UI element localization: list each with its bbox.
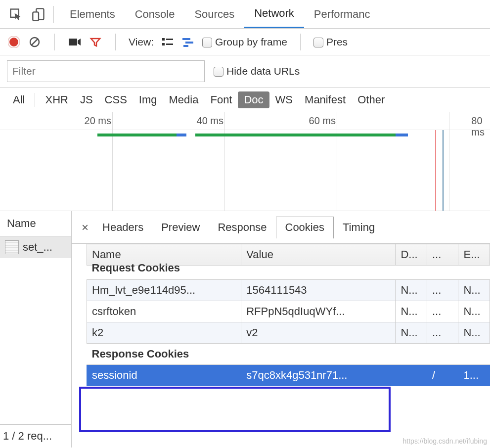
tick-label: 20 ms [85,115,111,127]
devtools-tabbar: Elements Console Sources Network Perform… [0,0,490,29]
checkbox-icon[interactable] [313,38,323,47]
cell-name: k2 [87,322,241,344]
type-js[interactable]: JS [74,91,99,108]
type-other[interactable]: Other [352,91,391,108]
cell-value: v2 [241,322,396,344]
table-row-selected[interactable]: sessionid s7qc8xk4g531nr71... / 1... [87,365,490,386]
device-toggle-icon[interactable] [30,5,47,23]
cell-e: N... [458,322,490,344]
timeline-overview[interactable]: 20 ms 40 ms 60 ms 80 ms [0,112,490,211]
cell-p: ... [427,322,458,344]
svg-line-6 [31,39,38,45]
cookies-table: Name Value D... ... E... Request Cookies… [87,244,490,386]
cell-e: 1... [458,365,490,386]
name-column-header[interactable]: Name [0,211,71,236]
ptab-cookies[interactable]: Cookies [276,217,334,239]
tab-sources[interactable]: Sources [184,0,244,28]
tab-elements[interactable]: Elements [60,0,125,28]
hide-data-urls-label: Hide data URLs [226,65,300,77]
timeline-bar [195,134,396,136]
cell-name: csrftoken [87,301,241,322]
view-label: View: [129,36,154,48]
network-toolbar: View: Group by frame Pres [0,29,490,55]
separator [54,34,55,50]
request-list-pane: Name set_... 1 / 2 req... [0,211,72,448]
type-media[interactable]: Media [163,91,205,108]
ptab-headers[interactable]: Headers [93,217,152,238]
table-row[interactable]: Hm_lvt_e9e114d95... 1564111543 N... ... … [87,280,490,301]
cell-d: N... [396,322,427,344]
request-name: set_... [23,241,52,254]
svg-rect-2 [33,12,39,21]
cell-p: ... [427,301,458,322]
tab-network[interactable]: Network [244,0,304,28]
ptab-timing[interactable]: Timing [334,217,384,238]
cell-d [396,365,427,386]
detail-tabs: × Headers Preview Response Cookies Timin… [72,211,490,244]
tab-console[interactable]: Console [125,0,185,28]
record-icon[interactable] [7,35,21,49]
type-ws[interactable]: WS [269,91,299,108]
ptab-response[interactable]: Response [209,217,275,238]
checkbox-icon[interactable] [214,67,223,77]
table-row[interactable]: k2 v2 N... ... N... [87,322,490,344]
ptab-preview[interactable]: Preview [152,217,209,238]
filter-icon[interactable] [89,35,102,49]
type-xhr[interactable]: XHR [39,91,74,108]
resource-type-filter: All XHR JS CSS Img Media Font Doc WS Man… [0,88,490,112]
timeline-bar [396,134,408,136]
svg-point-3 [9,38,18,46]
type-css[interactable]: CSS [99,91,133,108]
hide-data-urls-toggle[interactable]: Hide data URLs [214,65,300,77]
cell-e: N... [458,301,490,322]
domcontent-line [443,130,444,211]
group-by-frame-label: Group by frame [215,36,287,47]
response-cookies-section: Response Cookies [87,344,490,365]
load-event-line [435,130,436,211]
svg-rect-10 [162,43,165,45]
tick-label: 40 ms [197,115,223,127]
close-details-icon[interactable]: × [77,221,93,234]
cell-p: ... [427,280,458,301]
view-waterfall-icon[interactable] [181,35,195,49]
cell-name: Hm_lvt_e9e114d95... [87,280,241,301]
svg-rect-11 [166,44,173,45]
request-row[interactable]: set_... [0,236,71,258]
type-doc[interactable]: Doc [238,91,269,108]
camera-icon[interactable] [68,35,82,49]
checkbox-icon[interactable] [202,38,212,47]
view-list-icon[interactable] [161,35,175,49]
tick-label: 60 ms [309,115,336,127]
svg-rect-9 [166,39,173,40]
svg-rect-7 [69,39,77,45]
preserve-log-toggle[interactable]: Pres [313,36,348,48]
inspect-icon[interactable] [7,5,25,23]
cell-value: s7qc8xk4g531nr71... [241,365,396,386]
cell-e: N... [458,280,490,301]
request-summary: 1 / 2 req... [0,424,71,448]
svg-rect-12 [182,38,190,40]
cell-value: RFPpN5qdIuqWYf... [241,301,396,322]
svg-rect-8 [162,38,165,41]
type-all[interactable]: All [7,91,31,108]
filter-input[interactable] [7,60,205,82]
request-cookies-section: Request Cookies [87,266,490,280]
clear-icon[interactable] [28,35,42,49]
group-by-frame-toggle[interactable]: Group by frame [202,36,287,48]
separator [300,34,301,50]
tab-performance[interactable]: Performanc [304,0,380,28]
timeline-bar [97,134,177,136]
detail-pane: × Headers Preview Response Cookies Timin… [72,211,490,448]
document-icon [5,240,19,254]
watermark: https://blog.csdn.net/ifubing [403,437,487,445]
type-font[interactable]: Font [204,91,238,108]
table-row[interactable]: csrftoken RFPpN5qdIuqWYf... N... ... N..… [87,301,490,322]
type-manifest[interactable]: Manifest [299,91,352,108]
type-img[interactable]: Img [133,91,163,108]
separator [115,34,116,50]
cell-p: / [427,365,458,386]
svg-rect-13 [185,42,193,44]
svg-rect-14 [183,45,188,47]
preserve-label: Pres [326,36,348,47]
cell-name: sessionid [87,365,241,386]
